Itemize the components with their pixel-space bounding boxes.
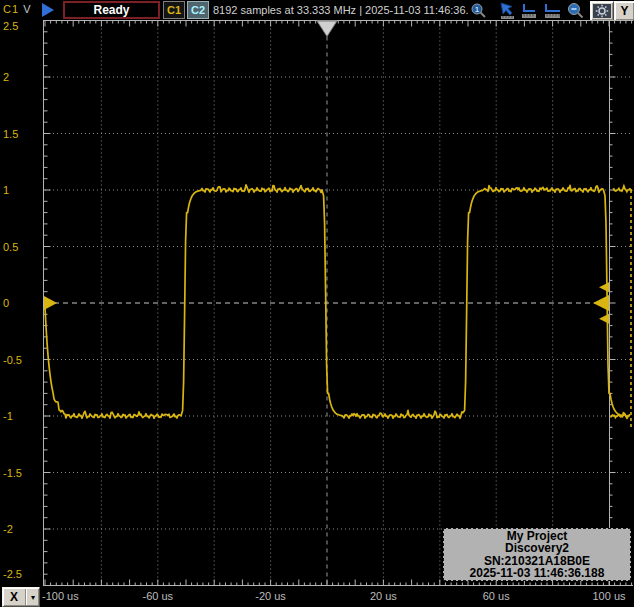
x-axis-label: 100 us bbox=[592, 590, 626, 602]
y-axis-label: 1 bbox=[3, 184, 9, 196]
trigger-level-marker[interactable] bbox=[593, 295, 609, 311]
dropdown-arrow-icon[interactable]: ▾ bbox=[27, 593, 39, 602]
y-axis-label: 2 bbox=[3, 71, 9, 83]
x-button-label: X bbox=[3, 590, 25, 604]
trigger-hysteresis-lower-marker[interactable] bbox=[599, 314, 609, 324]
y-axis-label: 0.5 bbox=[3, 241, 18, 253]
x-axis-label: 20 us bbox=[370, 590, 397, 602]
waveform-overflow-segment bbox=[613, 186, 632, 192]
y-axis-label: -1 bbox=[3, 410, 13, 422]
x-axis-label: 60 us bbox=[483, 590, 510, 602]
trigger-hysteresis-upper-marker[interactable] bbox=[599, 282, 609, 292]
y-axis-label: 0 bbox=[3, 297, 9, 309]
channel-offset-marker[interactable] bbox=[44, 296, 57, 310]
waveforms-scope-window: C1 V Ready C1 C2 8192 samples at 33.333 … bbox=[0, 0, 634, 607]
y-axis-label: -2 bbox=[3, 523, 13, 535]
x-axis-label: -60 us bbox=[143, 590, 174, 602]
x-axis-menu-button[interactable]: X ▾ bbox=[2, 587, 40, 607]
y-axis-label: 1.5 bbox=[3, 128, 18, 140]
waveform-trace bbox=[45, 185, 630, 419]
info-box-line: Discovery2 bbox=[444, 542, 630, 554]
trigger-position-marker[interactable] bbox=[317, 21, 337, 37]
info-box: My ProjectDiscovery2SN:210321A18B0E2025-… bbox=[443, 528, 631, 581]
x-axis-label: -100 us bbox=[42, 590, 79, 602]
x-axis-label: -20 us bbox=[255, 590, 286, 602]
y-axis-label: -2.5 bbox=[3, 568, 22, 580]
waveform-overflow-segment bbox=[610, 413, 628, 418]
scope-plot-area[interactable]: 2.521.510.50-0.5-1-1.5-2-2.5-100 us-60 u… bbox=[0, 0, 634, 607]
info-box-line: 2025-11-03 11:46:36.188 bbox=[444, 567, 630, 579]
y-axis-label: -0.5 bbox=[3, 354, 22, 366]
y-axis-label: -1.5 bbox=[3, 467, 22, 479]
y-axis-label: 2.5 bbox=[3, 20, 18, 32]
